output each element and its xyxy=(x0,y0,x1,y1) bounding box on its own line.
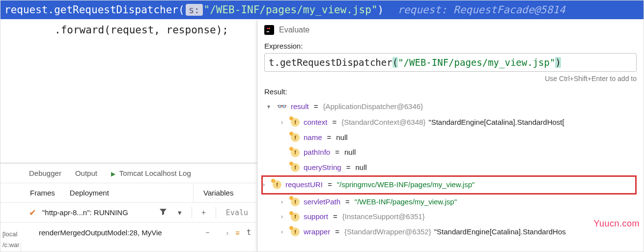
expr-string: "/WEB-INF/pages/my_view.jsp" xyxy=(398,57,555,68)
field-value-object: {StandardWrapper@6352} xyxy=(344,224,431,240)
tab-tomcat-log-label: Tomcat Localhost Log xyxy=(119,169,191,177)
evaluate-input-stub[interactable]: Evalu xyxy=(223,208,251,217)
tree-field-row[interactable]: ›fsupport = {InstanceSupport@6351} xyxy=(264,209,637,224)
tree-field-row[interactable]: ›fservletPath = "/WEB-INF/pages/my_view.… xyxy=(264,195,637,210)
execution-highlight-line: request.getRequestDispatcher( s: "/WEB-I… xyxy=(0,0,644,19)
field-name: name xyxy=(304,130,322,145)
field-value-string: "StandardEngine[Catalina].StandardHost[ xyxy=(428,115,564,130)
field-icon: f xyxy=(291,148,300,157)
stack-icon: ≡ xyxy=(235,228,240,237)
divider xyxy=(216,207,216,219)
field-icon: f xyxy=(291,133,300,142)
expr-paren-close: ) xyxy=(555,57,560,68)
field-icon: f xyxy=(291,163,300,172)
deployment-header[interactable]: Deployment xyxy=(70,189,109,197)
twistie-right-icon[interactable]: › xyxy=(281,226,288,238)
svg-rect-0 xyxy=(266,27,273,33)
field-value: null xyxy=(344,145,356,160)
watermark: Yuucn.com xyxy=(593,219,640,229)
twistie-right-icon[interactable]: › xyxy=(281,116,288,129)
debugger-panel: Debugger Output ▶ Tomcat Localhost Log F… xyxy=(0,163,257,242)
tree-field-row[interactable]: fname = null xyxy=(264,130,637,145)
param-hint-chip: s: xyxy=(186,4,203,16)
tree-field-row[interactable]: fqueryString = null xyxy=(264,160,637,175)
svg-rect-2 xyxy=(267,28,269,29)
strip-war: /c:war xyxy=(2,241,20,251)
expr-method: t.getRequestDispatcher xyxy=(269,57,392,68)
tree-field-row[interactable]: fpathInfo = null xyxy=(264,145,637,160)
inline-debug-hint: request: RequestFacade@5814 xyxy=(397,4,565,16)
frames-header-row: Frames Deployment Variables xyxy=(0,183,257,203)
field-icon: f xyxy=(291,197,300,206)
field-name: support xyxy=(304,209,328,224)
tree-field-row[interactable]: ›fcontext = {StandardContext@6348} "Stan… xyxy=(264,115,637,130)
filter-icon[interactable] xyxy=(158,208,168,217)
svg-rect-1 xyxy=(267,31,269,32)
variables-header[interactable]: Variables xyxy=(193,183,257,202)
field-icon: f xyxy=(291,227,300,236)
field-value: "/springmvc/WEB-INF/pages/my_view.jsp" xyxy=(337,177,475,193)
stack-frame-label: renderMergedOutputModel:28, MyVie xyxy=(39,228,162,237)
result-tree[interactable]: ▾ 👓 result = {ApplicationDispatcher@6346… xyxy=(264,99,637,240)
field-value-object: {StandardContext@6348} xyxy=(341,115,425,130)
field-icon: f xyxy=(273,180,281,189)
field-name: requestURI xyxy=(285,177,323,193)
field-value: null xyxy=(336,130,347,145)
field-name: pathInfo xyxy=(304,145,330,160)
twistie-right-icon[interactable]: › xyxy=(263,179,270,191)
debugger-tabs: Debugger Output ▶ Tomcat Localhost Log xyxy=(0,164,257,183)
field-icon: f xyxy=(291,118,300,127)
expression-label: Expression: xyxy=(264,42,637,50)
field-value-object: {InstanceSupport@6351} xyxy=(342,209,425,224)
stack-frame-row[interactable]: renderMergedOutputModel:28, MyVie － › ≡ … xyxy=(0,223,257,242)
field-value: "/WEB-INF/pages/my_view.jsp" xyxy=(355,195,457,210)
tree-field-row[interactable]: ›fwrapper = {StandardWrapper@6352} "Stan… xyxy=(264,224,637,240)
expression-input[interactable]: t.getRequestDispatcher("/WEB-INF/pages/m… xyxy=(264,53,637,72)
twistie-down-icon[interactable]: ▾ xyxy=(267,101,274,113)
evaluate-title: Evaluate xyxy=(279,26,309,34)
code-prefix: request.getRequestDispatcher( xyxy=(4,4,185,16)
svg-rect-3 xyxy=(269,28,270,29)
field-value-string: "StandardEngine[Catalina].StandardHos xyxy=(434,224,566,240)
field-name: servletPath xyxy=(304,195,340,210)
strip-local: [local xyxy=(2,230,17,240)
check-icon: ✔ xyxy=(29,207,36,218)
field-value: null xyxy=(355,160,366,175)
plus-icon[interactable]: ＋ xyxy=(199,208,209,217)
tab-output[interactable]: Output xyxy=(75,169,97,177)
tree-field-row[interactable]: ›frequestURI = "/springmvc/WEB-INF/pages… xyxy=(261,175,637,195)
frames-header[interactable]: Frames xyxy=(30,189,55,197)
divider xyxy=(192,207,192,219)
run-config-strip: [local /c:war xyxy=(0,222,25,251)
minus-icon[interactable]: － xyxy=(202,228,212,237)
field-icon: f xyxy=(291,213,300,222)
tab-tomcat-log[interactable]: ▶ Tomcat Localhost Log xyxy=(111,169,191,177)
string-argument: "/WEB-INF/pages/my_view.jsp" xyxy=(204,4,378,16)
root-value: {ApplicationDispatcher@6346} xyxy=(323,99,423,114)
field-name: wrapper xyxy=(304,224,330,240)
tree-root-row[interactable]: ▾ 👓 result = {ApplicationDispatcher@6346… xyxy=(264,99,637,115)
expression-hint: Use Ctrl+Shift+Enter to add to xyxy=(264,75,637,83)
thread-row[interactable]: ✔ "http-apr-8...n": RUNNING ▾ ＋ Evalu xyxy=(0,203,257,223)
chevron-right-icon[interactable]: › xyxy=(226,228,228,237)
field-name: context xyxy=(304,115,327,130)
tab-debugger[interactable]: Debugger xyxy=(29,169,61,177)
thread-label: "http-apr-8...n": RUNNING xyxy=(42,208,128,217)
field-name: queryString xyxy=(304,160,341,175)
chevron-down-icon[interactable]: ▾ xyxy=(175,208,185,217)
tree-stub: t xyxy=(247,228,251,237)
root-name: result xyxy=(291,99,309,114)
evaluate-popup: Evaluate Expression: t.getRequestDispatc… xyxy=(257,20,644,252)
glasses-icon: 👓 xyxy=(277,99,287,115)
intellij-icon xyxy=(264,25,274,35)
result-label: Result: xyxy=(264,87,637,96)
code-suffix: ) xyxy=(378,4,384,16)
expr-paren-open: ( xyxy=(392,57,398,68)
twistie-right-icon[interactable]: › xyxy=(281,211,288,223)
twistie-right-icon[interactable]: › xyxy=(281,196,288,208)
run-icon: ▶ xyxy=(111,170,115,177)
